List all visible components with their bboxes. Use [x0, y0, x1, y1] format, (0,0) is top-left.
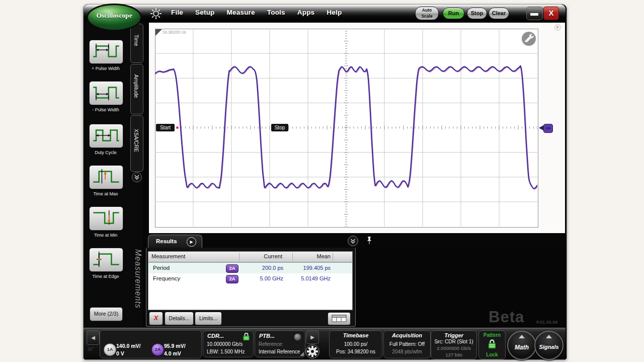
acquisition-box[interactable]: AcquisitionFull Pattern: Off2048 pts/wfm — [383, 330, 431, 358]
minus-pulse-width-icon — [92, 83, 121, 102]
beta-watermark: Beta — [489, 308, 524, 326]
tab-time[interactable]: Time — [130, 24, 143, 63]
corner-fold-icon — [155, 29, 162, 36]
result-row-period[interactable]: Period2A200.0 ps199.405 ps — [148, 262, 352, 274]
menu-tools[interactable]: Tools — [267, 9, 285, 18]
measurement-button-pulse-width[interactable] — [89, 40, 123, 64]
timebase-box[interactable]: Timebase100.00 ps/Pos: 34.98200 ns — [329, 330, 382, 358]
menu-bar: FileSetupMeasureToolsAppsHelp — [171, 9, 342, 18]
tabs-collapse-icon[interactable] — [132, 172, 142, 182]
column-separator — [292, 253, 293, 261]
panel-left-arrow-button[interactable]: ◀ — [87, 330, 100, 345]
time-at-max-icon — [92, 167, 121, 186]
measurement-button-duty-cycle[interactable] — [89, 124, 123, 148]
channel-1A-button[interactable]: 1A — [104, 343, 116, 356]
cdr-box[interactable]: CDR...10.000000 Gb/sLBW: 1.500 MHz — [203, 330, 254, 357]
column-separator — [239, 253, 239, 261]
autoscale-label-line: Auto — [416, 8, 438, 13]
menu-help[interactable]: Help — [327, 9, 342, 18]
stop-marker-label[interactable]: Stop — [271, 124, 288, 131]
pushpin-icon[interactable] — [366, 236, 372, 245]
results-table-header: MeasurementCurrentMean — [148, 252, 352, 262]
time-at-edge-icon — [92, 250, 121, 269]
details-button[interactable]: Details... — [165, 312, 194, 325]
run-button[interactable]: Run — [443, 8, 464, 19]
measurement-button-pulse-width[interactable] — [89, 81, 123, 105]
measurements-sidebar: + Pulse Width- Pulse WidthDuty CycleTime… — [84, 22, 143, 329]
signals-button[interactable]: Signals — [534, 331, 564, 360]
signals-label: Signals — [535, 344, 562, 350]
results-tab-label: Results — [156, 238, 177, 244]
time-at-min-icon — [92, 208, 121, 228]
measurement-button-label: Time at Edge — [84, 274, 127, 279]
acquisition-title: Acquisition — [384, 332, 430, 338]
trace-marker[interactable]: 2A — [543, 124, 553, 133]
trigger-title: Trigger — [431, 332, 476, 338]
measurement-button-time-at-edge[interactable] — [89, 248, 123, 272]
more-button[interactable]: More (2/3) — [90, 307, 123, 321]
channel-scale: 95.9 mV/ — [164, 343, 186, 349]
pin-dot — [556, 26, 558, 28]
display-pin-icon[interactable] — [554, 24, 561, 31]
measurement-button-label: Time at Max — [84, 191, 127, 196]
tab-amplitude[interactable]: Amplitude — [130, 64, 143, 114]
timebase-line1: 100.00 ps/ — [330, 341, 382, 347]
table-view-button[interactable] — [328, 312, 351, 325]
delete-measurement-button[interactable]: X — [149, 312, 163, 325]
waveform — [155, 29, 537, 227]
autoscale-label-line: Scale — [416, 14, 438, 19]
result-mean: 199.405 ps — [284, 265, 331, 271]
beta-version: P.01.50.99 — [536, 320, 557, 325]
pattern-lock-button[interactable]: PatternLock — [478, 330, 506, 359]
limits-button[interactable]: Limits... — [195, 312, 222, 325]
menu-setup[interactable]: Setup — [195, 9, 215, 18]
measurement-button-time-at-min[interactable] — [89, 206, 123, 231]
results-tab[interactable]: Results ▶ — [148, 235, 202, 249]
resize-corner — [300, 352, 304, 356]
minimize-button[interactable] — [526, 7, 543, 20]
plus-pulse-width-icon — [92, 42, 121, 61]
measurement-button-label: - Pulse Width — [84, 107, 127, 112]
status-dim-text: 11° — [88, 346, 94, 351]
channel-2A-button[interactable]: 2A — [151, 343, 164, 356]
cdr-line2: LBW: 1.500 MHz — [207, 349, 245, 354]
stop-button[interactable]: Stop — [467, 8, 487, 19]
measurement-button-label: Duty Cycle — [84, 150, 127, 155]
menu-measure[interactable]: Measure — [227, 9, 255, 18]
tab-label: XSA/CRE — [133, 129, 139, 152]
app-logo: Oscilloscope — [87, 4, 142, 31]
measurement-button-label: + Pulse Width — [84, 66, 127, 71]
cdr-title: CDR... — [207, 333, 224, 339]
acquisition-line2: 2048 pts/wfm — [384, 349, 430, 354]
start-marker-label[interactable]: Start — [156, 124, 175, 131]
timebase-title: Timebase — [330, 332, 382, 338]
pattern-lock-top: Pattern — [479, 332, 505, 338]
col-measurement: Measurement — [151, 253, 185, 259]
channels-box: 1A140.0 mV/0 V2A95.9 mV/4.0 mV — [100, 330, 202, 358]
math-button[interactable]: Math — [507, 331, 536, 360]
tab-xsa-cre[interactable]: XSA/CRE — [130, 115, 143, 172]
ptb-box[interactable]: PTB...Reference:Internal Reference — [255, 330, 305, 357]
collapse-chevron-icon[interactable] — [348, 236, 358, 246]
minimize-dash-icon — [530, 13, 538, 16]
sun-icon — [149, 7, 163, 20]
result-row-frequency[interactable]: Frequency2A5.00 GHz5.0149 GHz — [148, 273, 352, 284]
play-icon[interactable]: ▶ — [187, 237, 196, 247]
screen: Oscilloscope FileSetupMeasureToolsAppsHe… — [0, 0, 644, 362]
trigger-line1: Src: CDR (Slot 1) — [431, 339, 476, 344]
tab-label: Time — [133, 35, 139, 46]
setup-gear-button[interactable] — [305, 344, 319, 358]
lock-icon — [243, 332, 250, 341]
menu-file[interactable]: File — [171, 9, 183, 18]
tab-label: Amplitude — [133, 75, 139, 98]
up-arrow-icon — [519, 335, 525, 338]
clear-button[interactable]: Clear — [489, 8, 509, 19]
menu-apps[interactable]: Apps — [297, 9, 315, 18]
wrench-icon[interactable] — [521, 31, 536, 46]
measurement-button-time-at-max[interactable] — [89, 165, 123, 189]
panel-right-arrow-button[interactable]: ▶ — [306, 330, 319, 344]
autoscale-button[interactable]: AutoScale — [415, 7, 439, 20]
results-table: MeasurementCurrentMeanPeriod2A200.0 ps19… — [148, 251, 353, 310]
trigger-box[interactable]: TriggerSrc: CDR (Slot 1)2.0000000 Gb/s12… — [431, 330, 477, 359]
close-button[interactable]: X — [543, 7, 559, 20]
